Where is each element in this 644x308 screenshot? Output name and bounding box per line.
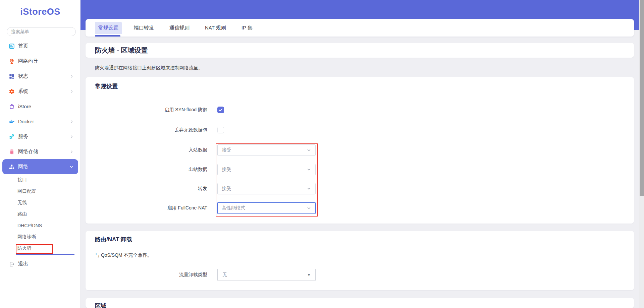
sub-item-label: 网络诊断 xyxy=(17,234,36,240)
logout-button[interactable]: 退出 xyxy=(0,256,80,271)
sub-item-label: DHCP/DNS xyxy=(17,223,42,228)
input-policy-select[interactable]: 接受 xyxy=(217,144,316,156)
sidebar-item-network-storage[interactable]: 网络存储 xyxy=(0,144,80,159)
section-heading-zones: 区域 xyxy=(95,302,106,308)
sidebar-item-dhcp-dns[interactable]: DHCP/DNS xyxy=(0,220,80,231)
chevron-right-icon xyxy=(70,150,74,154)
form-row-drop-invalid: 丢弃无效数据包 xyxy=(95,124,224,136)
chevron-right-icon xyxy=(70,89,74,94)
sub-item-label: 无线 xyxy=(17,200,27,206)
sidebar-item-interfaces[interactable]: 接口 xyxy=(0,174,80,186)
select-value: 接受 xyxy=(222,147,231,153)
sidebar: iStoreOS 首页 网络向导 状态 xyxy=(0,0,80,308)
chevron-right-icon xyxy=(70,135,74,139)
tab-nat-rules[interactable]: NAT 规则 xyxy=(202,22,229,34)
sub-item-label: 防火墙 xyxy=(17,245,32,251)
section-heading-offload: 路由/NAT 卸载 xyxy=(95,236,132,243)
field-label: 转发 xyxy=(95,186,207,192)
sidebar-item-wireless[interactable]: 无线 xyxy=(0,197,80,208)
chevron-down-icon xyxy=(307,206,311,210)
sidebar-item-label: iStore xyxy=(18,104,31,109)
chevron-down-icon xyxy=(307,167,311,172)
form-row-forward-policy: 转发 接受 xyxy=(95,183,316,194)
active-tab-underline xyxy=(95,35,120,37)
sidebar-item-istore[interactable]: iStore xyxy=(0,99,80,114)
sidebar-item-network-wizard[interactable]: 网络向导 xyxy=(0,54,80,69)
services-gears-icon xyxy=(9,134,15,140)
page-scrollbar-thumb[interactable] xyxy=(640,0,644,196)
page-title-card: 防火墙 - 区域设置 xyxy=(86,43,634,58)
globe-icon xyxy=(9,58,15,64)
search-input[interactable] xyxy=(7,27,76,36)
shopping-bag-icon xyxy=(9,104,15,110)
tab-traffic-rules[interactable]: 通信规则 xyxy=(166,22,193,34)
sidebar-item-firewall[interactable]: 防火墙 xyxy=(0,243,80,254)
sidebar-item-status[interactable]: 状态 xyxy=(0,69,80,84)
logout-icon xyxy=(9,261,15,267)
sidebar-item-docker[interactable]: Docker xyxy=(0,114,80,129)
sub-item-label: 接口 xyxy=(17,177,27,183)
section-heading-general: 常规设置 xyxy=(95,82,118,90)
form-row-fullcone-nat: 启用 FullCone-NAT 高性能模式 xyxy=(95,202,316,214)
sidebar-item-routes[interactable]: 路由 xyxy=(0,208,80,220)
sidebar-nav: 首页 网络向导 状态 系统 xyxy=(0,39,80,174)
offload-card: 路由/NAT 卸载 与 QoS/SQM 不完全兼容。 流量卸载类型 无 ▼ xyxy=(86,231,634,290)
sidebar-submenu-network: 接口 网口配置 无线 路由 DHCP/DNS 网络诊断 防火墙 xyxy=(0,174,80,254)
status-grid-icon xyxy=(9,73,15,79)
field-label: 启用 SYN-flood 防御 xyxy=(95,107,207,113)
offload-description: 与 QoS/SQM 不完全兼容。 xyxy=(95,252,152,258)
form-row-syn-flood: 启用 SYN-flood 防御 xyxy=(95,104,224,116)
sidebar-item-port-config[interactable]: 网口配置 xyxy=(0,186,80,197)
offload-type-select[interactable]: 无 ▼ xyxy=(217,269,316,281)
tab-port-forwards[interactable]: 端口转发 xyxy=(130,22,157,34)
tab-bar: 常规设置 端口转发 通信规则 NAT 规则 IP 集 xyxy=(86,19,634,37)
drop-invalid-checkbox[interactable] xyxy=(217,127,224,133)
sidebar-item-home[interactable]: 首页 xyxy=(0,39,80,54)
field-label: 启用 FullCone-NAT xyxy=(95,205,207,211)
chevron-down-icon xyxy=(69,165,73,169)
syn-flood-checkbox[interactable] xyxy=(217,107,224,113)
chevron-right-icon xyxy=(70,74,74,78)
page-description: 防火墙通过在网络接口上创建区域来控制网络流量。 xyxy=(95,65,203,71)
database-icon xyxy=(9,149,15,155)
sidebar-item-diagnostics[interactable]: 网络诊断 xyxy=(0,231,80,243)
form-row-offload-type: 流量卸载类型 无 ▼ xyxy=(95,269,316,281)
page-scrollbar-track[interactable] xyxy=(639,0,644,308)
sidebar-item-label: Docker xyxy=(18,119,34,124)
output-policy-select[interactable]: 接受 xyxy=(217,164,316,175)
sub-item-label: 网口配置 xyxy=(17,188,36,194)
chevron-right-icon xyxy=(70,120,74,124)
gear-icon xyxy=(9,88,15,95)
select-value: 高性能模式 xyxy=(222,205,245,211)
sidebar-item-network[interactable]: 网络 xyxy=(2,159,78,174)
form-row-input-policy: 入站数据 接受 xyxy=(95,144,316,156)
select-value: 接受 xyxy=(222,186,231,192)
sidebar-item-services[interactable]: 服务 xyxy=(0,129,80,144)
tab-ip-sets[interactable]: IP 集 xyxy=(238,22,256,34)
logout-label: 退出 xyxy=(18,261,28,267)
zones-card: 区域 xyxy=(86,298,634,308)
field-label: 流量卸载类型 xyxy=(95,272,207,278)
sidebar-item-label: 网络存储 xyxy=(18,148,38,155)
checkmark-icon xyxy=(218,108,223,112)
sidebar-item-label: 服务 xyxy=(18,133,28,140)
sidebar-item-label: 网络向导 xyxy=(18,58,38,64)
forward-policy-select[interactable]: 接受 xyxy=(217,183,316,194)
page-title: 防火墙 - 区域设置 xyxy=(95,46,148,55)
dropdown-arrow-icon: ▼ xyxy=(307,273,311,277)
sidebar-item-label: 网络 xyxy=(18,164,28,170)
docker-whale-icon xyxy=(9,119,15,125)
select-value: 无 xyxy=(222,272,227,278)
general-settings-card: 常规设置 启用 SYN-flood 防御 丢弃无效数据包 入站数据 接受 出站数… xyxy=(86,77,634,224)
tab-general-settings[interactable]: 常规设置 xyxy=(95,22,122,34)
chevron-down-icon xyxy=(307,186,311,191)
fullcone-nat-select[interactable]: 高性能模式 xyxy=(217,202,316,214)
sidebar-item-system[interactable]: 系统 xyxy=(0,84,80,99)
active-submenu-underline xyxy=(16,254,74,255)
chevron-down-icon xyxy=(307,148,311,152)
sitemap-icon xyxy=(9,164,15,170)
form-row-output-policy: 出站数据 接受 xyxy=(95,164,316,175)
app-logo: iStoreOS xyxy=(0,7,80,17)
field-label: 丢弃无效数据包 xyxy=(95,127,207,133)
sidebar-item-label: 首页 xyxy=(18,43,28,49)
